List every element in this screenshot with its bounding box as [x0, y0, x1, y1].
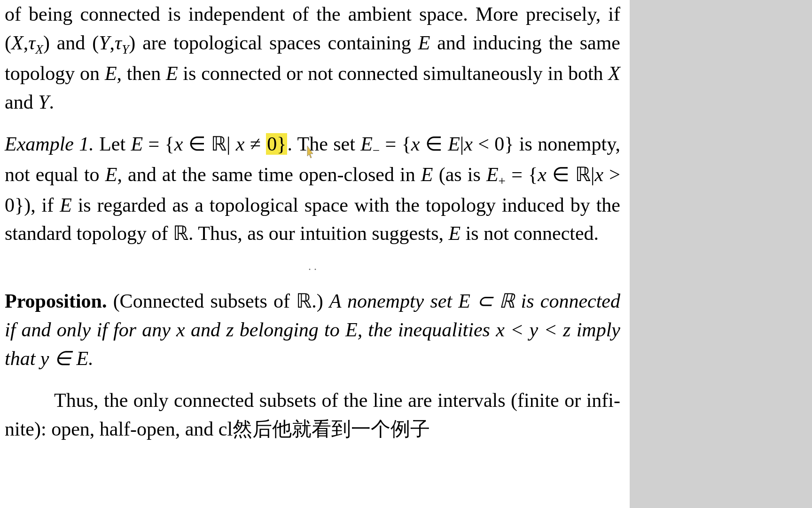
main-text: of being connected is independent of the…: [5, 0, 620, 444]
paragraph-proposition: Proposition. (Connected subsets of ℝ.) A…: [5, 287, 620, 373]
paragraph-1: of being connected is independent of the…: [5, 0, 620, 117]
separator: · ·: [5, 261, 620, 278]
right-margin: [630, 0, 812, 508]
proposition-label: Proposition.: [5, 290, 107, 312]
example-label: Example 1.: [5, 133, 94, 155]
paragraph-intervals: Thus, the only connected subsets of the …: [5, 386, 620, 444]
cursor: [305, 146, 315, 160]
page-content: of being connected is independent of the…: [0, 0, 630, 508]
